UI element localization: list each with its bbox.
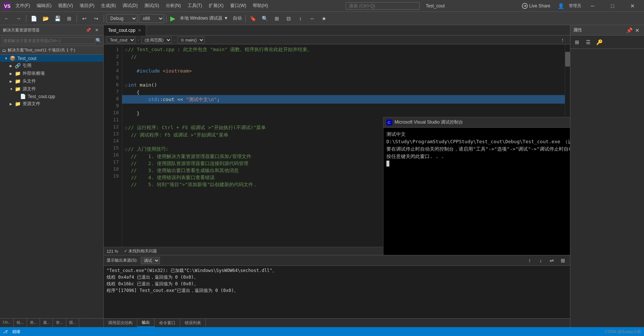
menu-test[interactable]: 测试(S): [141, 2, 162, 10]
props-header-icons: 📌 ✕: [625, 27, 641, 34]
output-wrap-btn[interactable]: ⇌: [548, 256, 556, 265]
tree-item-cpp-file[interactable]: 📄 Test_cout.cpp: [0, 93, 103, 100]
props-pin-btn[interactable]: 📌: [625, 27, 633, 34]
toolbar-save[interactable]: 💾: [52, 13, 63, 24]
bottom-tab-error-list[interactable]: 错误列表: [180, 319, 206, 327]
menu-project[interactable]: 项目(P): [77, 2, 97, 10]
sidebar-tree: 🗂 解决方案'Test_cout'(1 个项目/共 1 个) ▼ 📦 Test_…: [0, 46, 103, 318]
person-icon-btn[interactable]: 👤: [556, 1, 566, 11]
tab-test-cout-cpp[interactable]: Test_cout.cpp ✕: [104, 25, 146, 36]
properties-title: 属性: [573, 27, 582, 33]
output-copy-btn[interactable]: ⊞: [559, 256, 567, 265]
sidebar-tab-live[interactable]: Liv...: [0, 319, 14, 327]
minimize-button[interactable]: ─: [584, 0, 601, 12]
status-git[interactable]: ⎇: [3, 329, 8, 334]
toolbar-back[interactable]: ←: [1, 13, 12, 24]
toolbar-new[interactable]: 📄: [28, 13, 39, 24]
tree-item-external-deps[interactable]: ▶ 📁 外部依赖项: [0, 70, 103, 77]
window-title: Test_cout: [426, 3, 445, 9]
toolbar-extra2[interactable]: ⊟: [284, 13, 294, 24]
sidebar-tab-resources[interactable]: 资...: [53, 319, 66, 327]
sidebar-tab-team[interactable]: 团...: [66, 319, 79, 327]
toolbar-extra1[interactable]: ⊞: [272, 13, 282, 24]
status-left: ⎇ 就绪: [3, 329, 20, 335]
platform-dropdown[interactable]: x86: [139, 14, 164, 23]
menu-build[interactable]: 生成(B): [98, 2, 119, 10]
tab-close-btn[interactable]: ✕: [138, 28, 141, 33]
console-title-bar[interactable]: C: Microsoft Visual Studio 调试控制台 ─ □ ✕: [383, 117, 570, 128]
bottom-panel: 显示输出来源(S): 调试 ↑ ↓ ⇌ ⊞ "Test_cout.exe"(Wi…: [104, 255, 570, 327]
console-window: C: Microsoft Visual Studio 调试控制台 ─ □ ✕ 测…: [383, 117, 570, 255]
menu-help[interactable]: 帮助(H): [250, 2, 271, 10]
toolbar-forward[interactable]: →: [13, 13, 24, 24]
global-search-input[interactable]: [346, 2, 420, 10]
toolbar-extra3[interactable]: ↕: [295, 13, 306, 24]
title-bar-right: Live Share 👤 管理员 ─ □ ✕: [520, 0, 641, 12]
bottom-tab-command[interactable]: 命令窗口: [155, 319, 180, 327]
toolbar-bookmark[interactable]: 🔖: [248, 13, 258, 24]
toolbar-bookmark2[interactable]: ★: [319, 13, 329, 24]
sidebar-tab-props[interactable]: 属...: [40, 319, 53, 327]
run-label: 本地 Windows 调试器 ▼: [178, 15, 230, 21]
tree-label-test-cout: Test_cout: [17, 56, 36, 61]
bottom-tab-call-hierarchy[interactable]: 调用层次结构: [104, 319, 137, 327]
output-up-btn[interactable]: ↑: [526, 256, 534, 265]
tree-arrow-ext-deps: ▶: [10, 72, 15, 75]
console-content: 测试中文 D:\Study\ProgramStudy\CPPStudy\Test…: [383, 128, 570, 255]
console-title-text: Microsoft Visual Studio 调试控制台: [395, 119, 463, 125]
tree-label-cpp: Test_cout.cpp: [28, 94, 55, 99]
toolbar-redo[interactable]: ↪: [91, 13, 101, 24]
live-share-button[interactable]: Live Share: [520, 2, 553, 10]
svg-text:VS: VS: [4, 3, 10, 9]
symbol-selector[interactable]: ⊙ main(): [177, 37, 205, 43]
toolbar-save-all[interactable]: ⊞: [64, 13, 74, 24]
tree-item-resources[interactable]: ▶ 📁 资源文件: [0, 100, 103, 108]
sidebar-close-btn[interactable]: ✕: [93, 27, 100, 34]
scrollbar-thumb[interactable]: [565, 52, 570, 67]
console-icon: C:: [386, 120, 392, 125]
toolbar-open[interactable]: 📂: [40, 13, 51, 24]
scroll-up-btn[interactable]: ↑: [558, 36, 567, 44]
sidebar-pin-btn[interactable]: 📌: [85, 27, 92, 34]
debug-config-dropdown[interactable]: Debug: [106, 14, 137, 23]
solution-search-input[interactable]: [1, 37, 95, 44]
maximize-button[interactable]: □: [604, 0, 621, 12]
admin-label: 管理员: [569, 3, 581, 9]
menu-view[interactable]: 视图(V): [55, 2, 76, 10]
run-button[interactable]: ▶: [169, 14, 177, 23]
props-btn-2[interactable]: ☰: [583, 37, 593, 47]
tree-label-references: 引用: [23, 63, 31, 69]
sidebar-tab-class[interactable]: 类...: [27, 319, 40, 327]
menu-analyze[interactable]: 分析(N): [163, 2, 184, 10]
menu-tools[interactable]: 工具(T): [185, 2, 205, 10]
sidebar-tab-group[interactable]: 组...: [14, 319, 27, 327]
tree-item-test-cout[interactable]: ▼ 📦 Test_cout: [0, 55, 103, 62]
menu-edit[interactable]: 编辑(E): [34, 2, 54, 10]
output-source-select[interactable]: 调试: [141, 257, 160, 264]
file-selector[interactable]: Test_cout: [107, 37, 135, 43]
toolbar-search2[interactable]: 🔍: [260, 13, 270, 24]
live-share-icon: [522, 3, 528, 9]
props-close-btn[interactable]: ✕: [634, 27, 641, 34]
tree-item-sources[interactable]: ▼ 📁 源文件: [0, 85, 103, 93]
props-btn-3[interactable]: 🔑: [594, 37, 604, 47]
main-area: 解决方案资源管理器 📌 ✕ 🔍 🗂 解决方案'Test_cout'(1 个项目/…: [0, 25, 644, 327]
scope-selector[interactable]: (全局范围): [141, 37, 172, 43]
zoom-level[interactable]: 121 %: [107, 249, 118, 253]
tree-item-references[interactable]: ▶ 🔗 引用: [0, 62, 103, 70]
solution-text: 解决方案'Test_cout'(1 个项目/共 1 个): [8, 47, 75, 53]
props-btn-1[interactable]: ⊞: [572, 37, 582, 47]
search-icon-btn[interactable]: 🔍: [95, 38, 102, 43]
solution-explorer-header: 解决方案资源管理器 📌 ✕: [0, 25, 103, 36]
menu-debug[interactable]: 调试(D): [120, 2, 141, 10]
output-down-btn[interactable]: ↓: [537, 256, 545, 265]
menu-extensions[interactable]: 扩展(X): [206, 2, 227, 10]
toolbar-undo[interactable]: ↩: [79, 13, 90, 24]
bottom-tab-output[interactable]: 输出: [137, 319, 155, 327]
tree-arrow-test-cout: ▼: [4, 57, 10, 60]
menu-file[interactable]: 文件(F): [13, 2, 33, 10]
close-button[interactable]: ✕: [624, 0, 641, 12]
toolbar-extra4[interactable]: ↔: [307, 13, 318, 24]
menu-window[interactable]: 窗口(W): [227, 2, 249, 10]
tree-item-headers[interactable]: ▶ 📁 头文件: [0, 77, 103, 85]
